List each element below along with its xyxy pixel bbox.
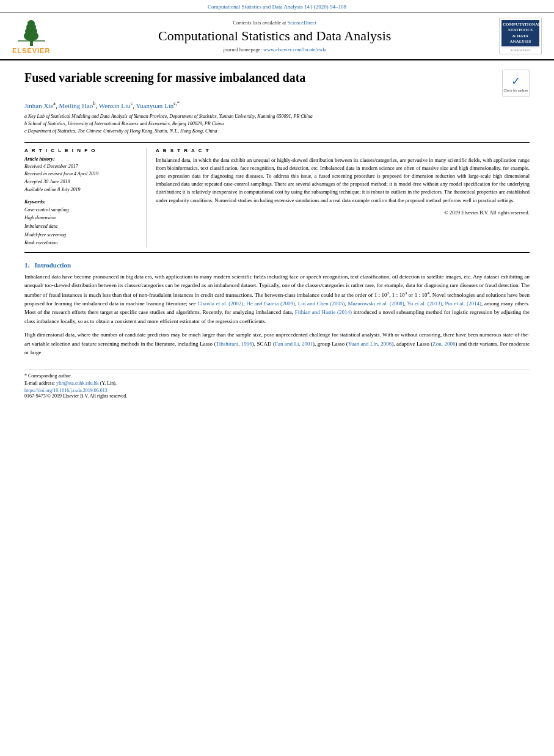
email-line: E-mail address: ylin@sta.cuhk.edu.hk (Y.…	[24, 380, 530, 386]
check-updates-text: Check for updates	[503, 89, 528, 93]
affiliation-c: c Department of Statistics, The Chinese …	[24, 128, 530, 135]
received-date: Received 4 December 2017	[24, 163, 139, 171]
elsevier-logo: ELSEVIER	[12, 18, 50, 54]
corresponding-author-note: * Corresponding author.	[24, 373, 530, 379]
affiliation-b: b School of Statistics, University of In…	[24, 120, 530, 128]
tibshirani-ref[interactable]: Tibshirani, 1996	[216, 341, 252, 347]
author-jinhan-link[interactable]: Jinhan Xie	[24, 102, 53, 109]
yu-ref[interactable]: Yu et al. (2013)	[407, 300, 442, 307]
fan-li-ref[interactable]: Fan and Li, 2001	[275, 341, 313, 347]
journal-header: ELSEVIER Contents lists available at Sci…	[0, 13, 554, 60]
journal-homepage-line: journal homepage: www.elsevier.com/locat…	[56, 46, 493, 53]
journal-right-logo: COMPUTATIONAL STATISTICS & DATA ANALYSIS…	[499, 18, 542, 54]
article-info-abstract-section: A R T I C L E I N F O Article history: R…	[24, 148, 530, 247]
keywords-title: Keywords:	[24, 199, 139, 205]
author-meiling-link[interactable]: Meiling Hao	[59, 102, 93, 109]
author-yuanyuan-link[interactable]: Yuanyuan Lin	[136, 102, 173, 109]
liu-chen-ref[interactable]: Liu and Chen (2005)	[298, 300, 345, 307]
journal-title: Computational Statistics and Data Analys…	[56, 28, 493, 44]
keyword-3: Imbalanced data	[24, 222, 139, 231]
author-wenxin-link[interactable]: Wenxin Liu	[99, 102, 131, 109]
history-title: Article history:	[24, 156, 139, 162]
intro-paragraph-2: High dimensional data, where the number …	[24, 330, 530, 357]
copyright-line: © 2019 Elsevier B.V. All rights reserved…	[156, 209, 530, 216]
check-updates-badge: ✓ Check for updates	[502, 70, 530, 97]
keywords-section: Keywords: Case-control sampling High dim…	[24, 199, 139, 247]
article-history: Article history: Received 4 December 201…	[24, 156, 139, 194]
check-updates-icon: ✓	[511, 75, 520, 88]
keyword-5: Rank correlation	[24, 239, 139, 247]
divider-top	[24, 142, 530, 143]
mazurowski-ref[interactable]: Mazurowski et al. (2008)	[348, 300, 404, 307]
chawla-ref[interactable]: Chawla et al. (2002)	[198, 300, 244, 307]
article-info-header: A R T I C L E I N F O	[24, 148, 139, 153]
article-title-section: Fused variable screening for massive imb…	[24, 70, 530, 97]
elsevier-tree-icon	[15, 18, 48, 47]
contents-available-line: Contents lists available at ScienceDirec…	[56, 20, 493, 26]
introduction-title: 1. Introduction	[24, 261, 530, 269]
doi-link[interactable]: https://doi.org/10.1016/j.csda.2019.06.0…	[24, 388, 108, 393]
abstract-header: A B S T R A C T	[156, 148, 530, 153]
authors-line: Jinhan Xiea, Meiling Haob, Wenxin Liuc, …	[24, 101, 530, 109]
right-logo-sciencedirect: ScienceDirect	[501, 48, 539, 52]
journal-citation: Computational Statistics and Data Analys…	[0, 0, 554, 13]
journal-center-info: Contents lists available at ScienceDirec…	[56, 20, 493, 53]
online-date: Available online 8 July 2019	[24, 186, 139, 194]
keyword-2: High dimension	[24, 214, 139, 222]
main-content: Fused variable screening for massive imb…	[0, 60, 554, 411]
article-info-column: A R T I C L E I N F O Article history: R…	[24, 148, 147, 247]
yuan-lin-ref[interactable]: Yuan and Lin, 2006	[348, 341, 392, 347]
abstract-column: A B S T R A C T Imbalanced data, in whic…	[156, 148, 530, 247]
sciencedirect-link[interactable]: ScienceDirect	[287, 20, 316, 26]
pio-ref[interactable]: Pio et al. (2014)	[445, 300, 481, 307]
journal-homepage-link[interactable]: www.elsevier.com/locate/csda	[263, 46, 326, 53]
divider-middle	[24, 252, 530, 253]
intro-paragraph-1: Imbalanced data have become pronounced i…	[24, 272, 530, 325]
fithian-hastie-ref[interactable]: Fithian and Hastie (2014)	[295, 309, 352, 315]
he-garcia-ref[interactable]: He and Garcia (2009)	[246, 300, 295, 307]
footer-section: * Corresponding author. E-mail address: …	[24, 369, 530, 399]
elsevier-brand-text: ELSEVIER	[12, 47, 50, 54]
affiliation-a: a Key Lab of Statistical Modeling and Da…	[24, 113, 530, 120]
email-link[interactable]: ylin@sta.cuhk.edu.hk	[56, 380, 99, 386]
keyword-1: Case-control sampling	[24, 206, 139, 214]
issn-line: 0167-9473/© 2019 Elsevier B.V. All right…	[24, 393, 530, 399]
keyword-4: Model-free screening	[24, 231, 139, 239]
abstract-text: Imbalanced data, in which the data exhib…	[156, 156, 530, 205]
accepted-date: Accepted 30 June 2019	[24, 178, 139, 186]
affiliations: a Key Lab of Statistical Modeling and Da…	[24, 113, 530, 135]
article-title: Fused variable screening for massive imb…	[24, 70, 493, 85]
doi-line: https://doi.org/10.1016/j.csda.2019.06.0…	[24, 388, 530, 393]
revised-date: Received in revised form 4 April 2019	[24, 170, 139, 178]
zou-ref[interactable]: Zou, 2006	[432, 341, 455, 347]
right-logo-text: COMPUTATIONAL STATISTICS & DATA ANALYSIS	[501, 20, 539, 46]
svg-point-4	[27, 20, 35, 26]
